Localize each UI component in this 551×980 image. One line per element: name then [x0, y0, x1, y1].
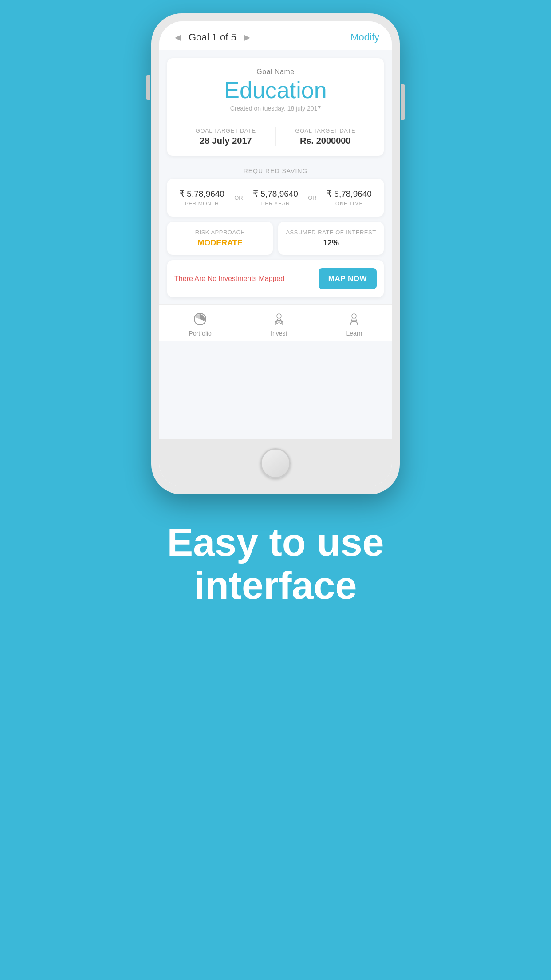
saving-period-monthly: PER MONTH — [172, 201, 232, 207]
target-amount-value: Rs. 2000000 — [300, 136, 351, 146]
goal-name-label: Goal Name — [176, 68, 375, 76]
headline-line1: Easy to use — [167, 521, 384, 564]
saving-amount-yearly: ₹ 5,78,9640 — [245, 189, 306, 199]
risk-label: RISK APPROACH — [173, 229, 268, 236]
interest-label: ASSUMED RATE OF INTEREST — [283, 229, 378, 236]
prev-goal-button[interactable]: ◀ — [172, 31, 184, 43]
phone-wrapper: ◀ Goal 1 of 5 ▶ Modify Goal Name Educati… — [151, 13, 400, 494]
target-date-col: GOAL TARGET DATE 28 July 2017 — [176, 127, 276, 146]
home-button[interactable] — [260, 448, 291, 478]
goal-card: Goal Name Education Created on tuesday, … — [167, 58, 384, 156]
svg-point-4 — [352, 314, 356, 318]
risk-value: MODERATE — [197, 238, 243, 247]
portfolio-nav-label: Portfolio — [189, 330, 212, 337]
modify-button[interactable]: Modify — [350, 32, 379, 43]
bottom-text-section: Easy to use interface — [131, 521, 419, 607]
svg-point-1 — [277, 314, 281, 318]
map-now-button[interactable]: MAP NOW — [319, 268, 377, 289]
goal-created-date: Created on tuesday, 18 july 2017 — [176, 105, 375, 112]
bottom-navigation: Portfolio Invest — [159, 304, 392, 341]
invest-icon — [271, 311, 287, 327]
learn-icon — [346, 311, 362, 327]
interest-card: ASSUMED RATE OF INTEREST 12% — [278, 222, 384, 255]
map-investments-card: There Are No Investments Mapped MAP NOW — [167, 260, 384, 297]
saving-card: ₹ 5,78,9640 PER MONTH OR ₹ 5,78,9640 PER… — [167, 179, 384, 217]
saving-amount-onetime: ₹ 5,78,9640 — [319, 189, 379, 199]
invest-nav-item[interactable]: Invest — [271, 311, 287, 337]
or-label-2: OR — [306, 194, 319, 201]
headline-line2: interface — [167, 564, 384, 607]
saving-one-time: ₹ 5,78,9640 ONE TIME — [319, 189, 379, 207]
saving-period-yearly: PER YEAR — [245, 201, 306, 207]
info-cards-row: RISK APPROACH MODERATE ASSUMED RATE OF I… — [167, 222, 384, 255]
target-date-label: GOAL TARGET DATE — [176, 127, 276, 134]
portfolio-nav-item[interactable]: Portfolio — [189, 311, 212, 337]
home-button-area — [159, 439, 392, 486]
saving-period-onetime: ONE TIME — [319, 201, 379, 207]
goal-name-value: Education — [176, 78, 375, 103]
saving-per-month: ₹ 5,78,9640 PER MONTH — [172, 189, 232, 207]
app-screen: ◀ Goal 1 of 5 ▶ Modify Goal Name Educati… — [159, 21, 392, 439]
learn-nav-item[interactable]: Learn — [346, 311, 362, 337]
target-date-value: 28 July 2017 — [200, 136, 252, 146]
nav-arrows: ◀ Goal 1 of 5 ▶ — [172, 31, 253, 43]
phone-inner: ◀ Goal 1 of 5 ▶ Modify Goal Name Educati… — [159, 21, 392, 486]
next-goal-button[interactable]: ▶ — [241, 31, 253, 43]
target-amount-col: GOAL TARGET DATE Rs. 2000000 — [276, 127, 375, 146]
top-bar: ◀ Goal 1 of 5 ▶ Modify — [159, 21, 392, 50]
portfolio-icon — [192, 311, 208, 327]
goal-counter: Goal 1 of 5 — [189, 32, 236, 43]
saving-amount-monthly: ₹ 5,78,9640 — [172, 189, 232, 199]
or-label-1: OR — [232, 194, 245, 201]
required-saving-label: REQUIRED SAVING — [159, 161, 392, 179]
interest-value: 12% — [323, 238, 339, 247]
target-amount-label: GOAL TARGET DATE — [276, 127, 375, 134]
risk-card: RISK APPROACH MODERATE — [167, 222, 273, 255]
invest-nav-label: Invest — [271, 330, 287, 337]
saving-per-year: ₹ 5,78,9640 PER YEAR — [245, 189, 306, 207]
learn-nav-label: Learn — [346, 330, 362, 337]
goal-dates-row: GOAL TARGET DATE 28 July 2017 GOAL TARGE… — [176, 120, 375, 146]
phone-device: ◀ Goal 1 of 5 ▶ Modify Goal Name Educati… — [151, 13, 400, 494]
no-investments-message: There Are No Investments Mapped — [174, 275, 319, 283]
